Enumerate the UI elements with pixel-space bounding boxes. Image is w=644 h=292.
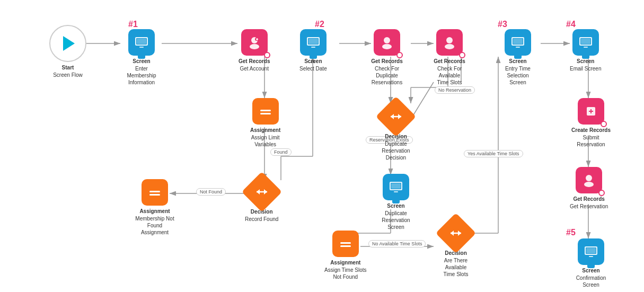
screen-email-label: Screen Email Screen bbox=[570, 58, 601, 72]
screen-selectdate-svg bbox=[306, 35, 321, 50]
step4-num: #4 bbox=[566, 20, 576, 29]
svg-rect-70 bbox=[581, 39, 590, 44]
assignment-notfound-icon bbox=[142, 179, 168, 206]
getrecords-res-svg bbox=[581, 173, 596, 188]
screen-email-icon bbox=[572, 29, 599, 56]
svg-rect-42 bbox=[149, 191, 160, 192]
getrecords-reservation-icon bbox=[576, 167, 602, 193]
decision-duplicate-label: Decision Duplicate Reservation Decision bbox=[375, 133, 417, 161]
screen-selectdate-label: Screen Select Date bbox=[299, 58, 327, 72]
svg-marker-54 bbox=[391, 114, 394, 119]
decision-duplicate-node[interactable]: Decision Duplicate Reservation Decision bbox=[375, 102, 417, 161]
screen-email-svg bbox=[578, 35, 593, 50]
decision-timeslots-icon bbox=[436, 213, 476, 253]
screen-entry-svg bbox=[510, 35, 525, 50]
createrecords-submit-label: Create Records Submit Reservation bbox=[570, 127, 612, 148]
screen-confirmation-icon bbox=[578, 238, 604, 265]
screen-membership-icon bbox=[128, 29, 155, 56]
svg-point-49 bbox=[382, 44, 392, 49]
svg-rect-58 bbox=[394, 191, 398, 192]
screen-entrytime-node[interactable]: Screen Entry Time Selection Screen bbox=[497, 29, 539, 86]
svg-rect-43 bbox=[149, 194, 160, 196]
svg-marker-62 bbox=[458, 231, 461, 236]
decision-timeslots-node[interactable]: Decision Are There Available Time Slots bbox=[435, 219, 477, 278]
createrecords-svg bbox=[584, 104, 598, 119]
getrecords-avail-svg bbox=[442, 35, 457, 50]
screen-selectdate-node[interactable]: Screen Select Date bbox=[299, 29, 327, 72]
svg-rect-66 bbox=[513, 39, 523, 44]
assignment-notimeslots-node[interactable]: Assignment Assign Time Slots Not Found bbox=[324, 231, 366, 280]
assignment-notfound-node[interactable]: Assignment Membership Not Found Assignme… bbox=[134, 179, 176, 236]
screen-duplicate-icon bbox=[383, 174, 409, 200]
step1-num: #1 bbox=[128, 20, 138, 29]
decision-duplicate-icon bbox=[376, 96, 416, 137]
getrecords-dup-dot bbox=[396, 52, 403, 58]
assignment-nots-svg bbox=[338, 236, 353, 251]
screen-membership-label: Screen Enter Membership Information bbox=[120, 58, 163, 86]
getrecords-reservation-node[interactable]: Get Records Get Reservation bbox=[570, 167, 608, 210]
decision-record-icon bbox=[242, 172, 282, 212]
svg-marker-40 bbox=[264, 189, 267, 194]
decision-timeslots-label: Decision Are There Available Time Slots bbox=[435, 250, 477, 278]
getrecords-account-label: Get Records Get Account bbox=[239, 58, 270, 72]
getrecords-account-node[interactable]: Get Records Get Account bbox=[239, 29, 270, 72]
assignment-notfound-label: Assignment Membership Not Found Assignme… bbox=[134, 208, 176, 236]
svg-point-33 bbox=[250, 44, 259, 49]
screen-duplicate-node[interactable]: Screen Duplicate Reservation Screen bbox=[375, 174, 417, 231]
screen-dup-svg bbox=[389, 180, 403, 194]
svg-rect-80 bbox=[589, 256, 593, 257]
screen-confirm-svg bbox=[584, 244, 598, 259]
no-available-label: No Available Time Slots bbox=[368, 240, 426, 247]
getrecords-avail-dot bbox=[459, 52, 465, 58]
getrecords-duplicate-icon bbox=[374, 29, 400, 56]
screen-confirmation-node[interactable]: Screen Confirmation Screen bbox=[570, 238, 612, 288]
assignment-svg bbox=[258, 104, 273, 119]
svg-rect-71 bbox=[584, 47, 588, 48]
not-found-label: Not Found bbox=[196, 188, 226, 196]
found-label: Found bbox=[270, 148, 292, 156]
decision-svg bbox=[254, 184, 269, 199]
assignment-notimeslots-label: Assignment Assign Time Slots Not Found bbox=[324, 259, 366, 280]
svg-rect-79 bbox=[586, 248, 596, 253]
getrecords-duplicate-node[interactable]: Get Records Check For Duplicate Reservat… bbox=[366, 29, 408, 86]
svg-point-75 bbox=[586, 175, 592, 181]
getrecords-account-icon bbox=[241, 29, 268, 56]
svg-rect-38 bbox=[260, 113, 271, 114]
screen-entrytime-icon bbox=[505, 29, 531, 56]
svg-rect-30 bbox=[137, 39, 146, 44]
screen-email-node[interactable]: Screen Email Screen bbox=[570, 29, 601, 72]
step3-num: #3 bbox=[498, 20, 507, 29]
getrecords-dup-svg bbox=[380, 35, 394, 50]
no-reservation-label: No Reservation bbox=[435, 86, 475, 94]
svg-point-76 bbox=[584, 182, 594, 187]
assignment-limit-icon bbox=[252, 98, 279, 125]
decision-ts-svg bbox=[448, 226, 463, 241]
screen-membership-node[interactable]: Screen Enter Membership Information bbox=[120, 29, 163, 86]
svg-rect-67 bbox=[516, 47, 520, 48]
svg-rect-46 bbox=[308, 39, 318, 44]
getrecords-available-label: Get Records Check For Available Time Slo… bbox=[428, 58, 471, 86]
svg-point-48 bbox=[384, 37, 390, 43]
createrecords-submit-node[interactable]: Create Records Submit Reservation bbox=[570, 98, 612, 148]
getrecords-available-node[interactable]: Get Records Check For Available Time Slo… bbox=[428, 29, 471, 86]
decision-ts-inner bbox=[448, 226, 463, 241]
assignment-notimeslots-icon bbox=[332, 231, 359, 257]
decision-record-inner bbox=[254, 184, 269, 199]
screen-confirmation-label: Screen Confirmation Screen bbox=[570, 267, 612, 288]
step2-num: #2 bbox=[315, 20, 324, 29]
decision-record-node[interactable]: Decision Record Found bbox=[245, 178, 278, 223]
start-icon bbox=[63, 36, 75, 51]
screen-svg bbox=[134, 35, 149, 50]
svg-marker-63 bbox=[451, 231, 454, 236]
screen-duplicate-label: Screen Duplicate Reservation Screen bbox=[375, 202, 417, 231]
decision-dup-inner bbox=[389, 109, 403, 124]
yes-available-label: Yes Available Time Slots bbox=[464, 150, 523, 157]
svg-marker-53 bbox=[398, 114, 401, 119]
svg-rect-31 bbox=[139, 47, 144, 48]
svg-point-50 bbox=[446, 37, 453, 43]
createrecords-submit-icon bbox=[578, 98, 604, 125]
getrecords-available-icon bbox=[436, 29, 463, 56]
assignment-limit-node[interactable]: Assignment Assign Limit Variables bbox=[250, 98, 280, 148]
svg-rect-60 bbox=[340, 245, 351, 247]
svg-point-51 bbox=[445, 44, 454, 49]
